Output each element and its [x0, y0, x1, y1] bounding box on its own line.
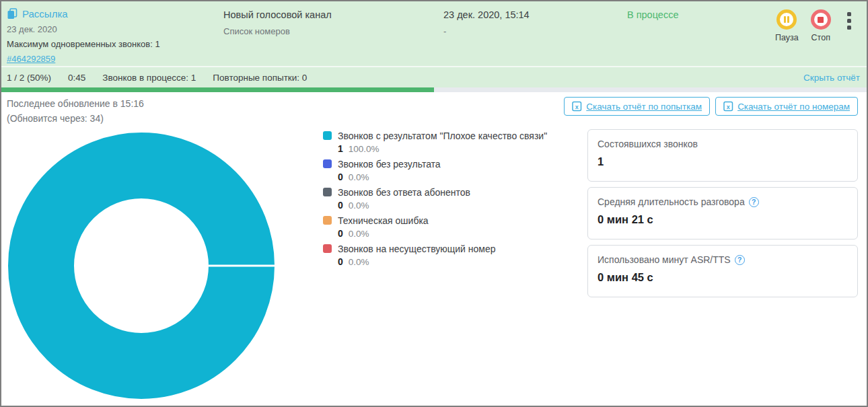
campaign-info: Рассылка 23 дек. 2020 Максимум одновреме… — [7, 8, 223, 66]
excel-file-icon: x — [723, 101, 733, 112]
progress-bar — [1, 87, 867, 92]
legend-item: Техническая ошибка 00.0% — [323, 214, 585, 240]
stop-label: Стоп — [811, 33, 830, 42]
elapsed-time: 0:45 — [68, 73, 85, 83]
excel-file-icon: x — [572, 101, 582, 112]
svg-text:x: x — [575, 104, 579, 110]
calls-donut-chart — [8, 133, 275, 399]
update-info: Последнее обновление в 15:16 (Обновится … — [7, 96, 144, 126]
campaign-report-window: Рассылка 23 дек. 2020 Максимум одновреме… — [0, 0, 868, 407]
max-simultaneous-calls: Максимум одновременных звонков: 1 — [7, 39, 223, 49]
stat-label: Использовано минут ASR/TTS ? — [598, 254, 848, 265]
progress-ratio: 1 / 2 (50%) — [7, 73, 51, 83]
schedule-info: 23 дек. 2020, 15:14 - — [443, 8, 627, 66]
more-menu-button[interactable] — [843, 9, 855, 32]
calls-in-progress: Звонков в процессе: 1 — [102, 73, 196, 83]
legend-swatch — [323, 131, 332, 140]
end-date: - — [443, 26, 627, 36]
stat-value: 0 мин 21 с — [598, 213, 848, 226]
legend-item: Звонков на несуществующий номер 00.0% — [323, 242, 585, 268]
legend-swatch — [323, 216, 332, 225]
stat-label: Средняя длительность разговора ? — [598, 196, 848, 207]
channel-info: Новый голосовой канал Список номеров — [223, 8, 443, 66]
legend-swatch — [323, 244, 332, 253]
stat-card-avg-duration: Средняя длительность разговора ? 0 мин 2… — [587, 187, 858, 239]
retries-count: Повторные попытки: 0 — [213, 73, 307, 83]
stat-card-completed-calls: Состоявшихся звонков 1 — [587, 129, 858, 182]
next-update-text: (Обновится через: 34) — [7, 111, 144, 126]
stat-label: Состоявшихся звонков — [598, 139, 848, 149]
stats-column: Состоявшихся звонков 1 Средняя длительно… — [587, 129, 858, 303]
download-attempts-report-button[interactable]: x Скачать отчёт по попыткам — [564, 97, 710, 116]
report-body: Последнее обновление в 15:16 (Обновится … — [1, 92, 867, 404]
campaign-id-link[interactable]: #464292859 — [7, 54, 55, 64]
stat-value: 0 мин 45 с — [598, 271, 848, 284]
stop-button[interactable]: Стоп — [811, 9, 831, 42]
pause-label: Пауза — [775, 33, 799, 42]
campaign-title: Рассылка — [22, 8, 68, 20]
help-icon[interactable]: ? — [749, 197, 759, 207]
hide-report-link[interactable]: Скрыть отчёт — [803, 73, 860, 83]
status-info: В процессе — [627, 8, 775, 66]
pause-icon — [776, 9, 797, 30]
kebab-icon — [847, 12, 851, 16]
stop-icon — [811, 9, 831, 30]
stat-value: 1 — [598, 155, 848, 168]
pause-button[interactable]: Пауза — [775, 9, 799, 42]
last-update-text: Последнее обновление в 15:16 — [7, 96, 144, 111]
legend-item: Звонков без результата 00.0% — [323, 157, 585, 184]
status-badge: В процессе — [627, 8, 775, 20]
stat-card-asr-tts-minutes: Использовано минут ASR/TTS ? 0 мин 45 с — [587, 245, 858, 297]
download-buttons: x Скачать отчёт по попыткам x Скачать от… — [564, 97, 858, 116]
header-actions: Пауза Стоп — [775, 8, 859, 66]
start-datetime: 23 дек. 2020, 15:14 — [443, 8, 627, 20]
progress-summary-row: 1 / 2 (50%) 0:45 Звонков в процессе: 1 П… — [1, 67, 867, 87]
legend-swatch — [323, 188, 332, 196]
download-numbers-report-button[interactable]: x Скачать отчёт по номерам — [715, 97, 858, 116]
channel-name: Новый голосовой канал — [223, 8, 443, 20]
channel-type: Список номеров — [223, 26, 443, 36]
campaign-header: Рассылка 23 дек. 2020 Максимум одновреме… — [1, 1, 867, 67]
svg-text:x: x — [727, 104, 730, 110]
help-icon[interactable]: ? — [735, 255, 745, 265]
legend-item: Звонков без ответа абонентов 00.0% — [323, 186, 585, 212]
campaign-date: 23 дек. 2020 — [7, 24, 223, 34]
progress-bar-fill — [1, 87, 434, 92]
copy-icon — [7, 8, 17, 20]
legend-swatch — [323, 159, 332, 168]
legend-item: Звонков с результатом "Плохое качество с… — [323, 129, 585, 155]
chart-legend: Звонков с результатом "Плохое качество с… — [323, 129, 585, 270]
